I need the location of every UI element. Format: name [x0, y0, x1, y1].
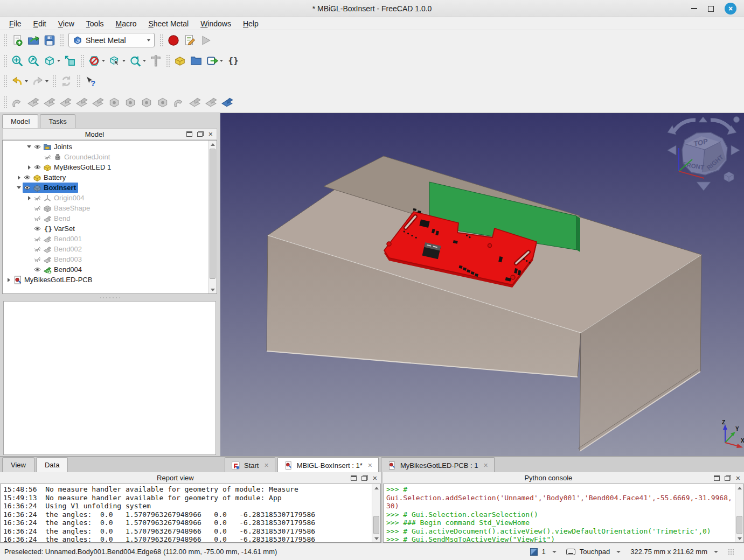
redo-button[interactable] — [30, 73, 50, 89]
sheetmetal-tool-10-button[interactable] — [155, 94, 171, 110]
sheetmetal-tool-2-button[interactable] — [25, 94, 41, 110]
sheetmetal-tool-13-button[interactable] — [203, 94, 219, 110]
tab-close-icon[interactable]: × — [483, 462, 488, 468]
align-to-selection-button[interactable] — [62, 53, 78, 69]
tab-close-icon[interactable]: × — [264, 462, 268, 468]
scroll-thumb[interactable] — [373, 516, 379, 534]
tab-view[interactable]: View — [2, 457, 34, 472]
toolbar-handle[interactable] — [80, 54, 84, 67]
toolbar-handle[interactable] — [3, 54, 7, 67]
expander-icon[interactable] — [25, 165, 33, 170]
mdi-tab-start[interactable]: Start× — [225, 457, 275, 473]
sheetmetal-tool-8-button[interactable] — [122, 94, 138, 110]
sheetmetal-tool-9-button[interactable] — [138, 94, 155, 110]
sheetmetal-tool-7-button[interactable] — [106, 94, 122, 110]
toolbar-handle[interactable] — [3, 34, 7, 47]
expander-icon[interactable] — [25, 145, 33, 148]
sheetmetal-tool-1-button[interactable] — [9, 94, 25, 110]
scroll-thumb[interactable] — [736, 516, 742, 534]
maximize-button[interactable] — [708, 6, 714, 12]
tab-close-icon[interactable]: × — [368, 462, 372, 468]
pane-dropdown-icon[interactable] — [552, 551, 557, 553]
tree-item-bend002[interactable]: Bend002 — [3, 244, 208, 254]
sheetmetal-tool-14-button[interactable] — [219, 94, 235, 110]
sheetmetal-tool-4-button[interactable] — [58, 94, 74, 110]
sheetmetal-tool-3-button[interactable] — [41, 94, 58, 110]
close-panel-icon[interactable]: × — [208, 131, 213, 137]
draw-style-button[interactable] — [86, 53, 107, 69]
close-panel-icon[interactable]: × — [373, 475, 377, 481]
toolbar-handle[interactable] — [166, 54, 170, 67]
scroll-down-icon[interactable] — [735, 535, 743, 542]
expression-editor-button[interactable]: {} — [225, 53, 241, 69]
expander-icon[interactable] — [15, 176, 23, 180]
tree-item-joints[interactable]: Joints — [3, 142, 208, 152]
3d-viewport[interactable]: TOP FRONT RIGHT Z Y X — [220, 113, 744, 456]
panel-splitter[interactable] — [100, 296, 120, 300]
toolbar-handle[interactable] — [77, 75, 80, 88]
float-icon[interactable] — [361, 475, 368, 481]
dock-icon[interactable] — [714, 475, 720, 481]
workbench-selector[interactable]: Sheet Metal — [68, 33, 155, 47]
scroll-down-icon[interactable] — [372, 535, 380, 542]
scroll-up-icon[interactable] — [735, 484, 743, 492]
nav-style-dropdown-icon[interactable] — [616, 551, 621, 553]
save-document-button[interactable] — [41, 32, 58, 48]
tab-model[interactable]: Model — [2, 114, 38, 128]
tree-item-baseshape[interactable]: BaseShape — [3, 203, 208, 213]
scroll-thumb[interactable] — [210, 149, 215, 279]
tree-item-bend001[interactable]: Bend001 — [3, 234, 208, 244]
expander-icon[interactable] — [25, 196, 33, 200]
undo-button[interactable] — [9, 73, 30, 89]
float-icon[interactable] — [725, 475, 731, 481]
tree-item-bend[interactable]: Bend — [3, 213, 208, 223]
zoom-fit-all-button[interactable] — [9, 53, 25, 69]
part-container-button[interactable] — [172, 53, 188, 69]
dropdown-arrow-icon[interactable] — [143, 60, 146, 62]
tree-scrollbar[interactable] — [208, 141, 217, 293]
zoom-tools-button[interactable] — [127, 53, 148, 69]
dropdown-arrow-icon[interactable] — [122, 60, 126, 62]
view-dimension[interactable]: 322.75 mm x 211.62 mm — [630, 548, 707, 556]
scroll-down-icon[interactable] — [208, 286, 217, 293]
open-document-button[interactable] — [25, 32, 41, 48]
dropdown-arrow-icon[interactable] — [220, 60, 223, 62]
group-folder-button[interactable] — [188, 53, 204, 69]
close-button[interactable]: × — [725, 3, 736, 15]
menu-edit[interactable]: Edit — [27, 17, 52, 30]
sheetmetal-tool-11-button[interactable] — [171, 94, 187, 110]
toolbar-handle[interactable] — [3, 75, 7, 88]
tree-item-bend004[interactable]: Bend004 — [3, 264, 208, 275]
property-editor-panel[interactable] — [3, 301, 216, 455]
menu-windows[interactable]: Windows — [194, 17, 237, 30]
scroll-up-icon[interactable] — [208, 141, 217, 148]
menu-macro[interactable]: Macro — [110, 17, 143, 30]
menu-view[interactable]: View — [52, 17, 80, 30]
axonometric-view-button[interactable] — [41, 53, 62, 69]
dropdown-arrow-icon[interactable] — [57, 60, 60, 62]
console-scrollbar[interactable] — [735, 484, 743, 542]
tree-item-boxinsert[interactable]: BoxInsert — [3, 183, 208, 193]
tab-data[interactable]: Data — [36, 457, 68, 472]
toolbar-handle[interactable] — [52, 75, 56, 88]
dropdown-arrow-icon[interactable] — [45, 80, 48, 82]
menu-sheet-metal[interactable]: Sheet Metal — [142, 17, 194, 30]
macro-play-button[interactable] — [198, 32, 214, 48]
expander-icon[interactable] — [15, 186, 23, 189]
macro-edit-button[interactable] — [182, 32, 198, 48]
expander-icon[interactable] — [5, 278, 12, 282]
refresh-button[interactable] — [58, 73, 74, 89]
tree-item-bend003[interactable]: Bend003 — [3, 254, 208, 264]
minimize-button[interactable] — [691, 8, 697, 9]
tree-item-groundedjoint[interactable]: GroundedJoint — [3, 152, 208, 162]
macro-record-button[interactable] — [165, 32, 182, 48]
dropdown-arrow-icon[interactable] — [25, 80, 28, 82]
toolbar-handle[interactable] — [159, 34, 163, 47]
nav-style-value[interactable]: Touchpad — [580, 548, 610, 556]
navcube-circle[interactable] — [734, 117, 740, 123]
menu-help[interactable]: Help — [237, 17, 265, 30]
tree-item-battery[interactable]: Battery — [3, 172, 208, 183]
menu-tools[interactable]: Tools — [80, 17, 110, 30]
toolbar-handle[interactable] — [60, 34, 64, 47]
dock-icon[interactable] — [351, 475, 357, 481]
